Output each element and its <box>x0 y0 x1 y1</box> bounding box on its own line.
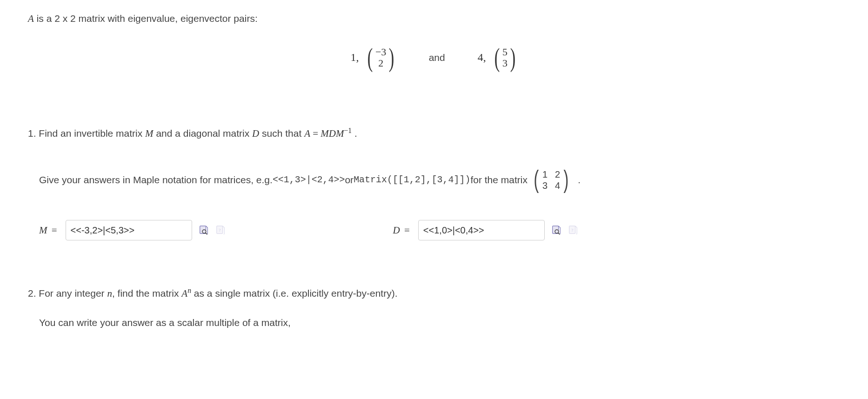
left-paren-icon: ( <box>494 46 500 69</box>
var-D2: D <box>329 128 336 139</box>
vec1-top: −3 <box>375 47 386 57</box>
var-A3: A <box>181 288 187 299</box>
var-M: M <box>145 128 154 139</box>
intro-text: is a 2 x 2 matrix with eigenvalue, eigen… <box>34 13 258 24</box>
eigen-pair-1: 1, ( −3 2 ) <box>351 46 396 69</box>
eigen-pair-2: 4, ( 5 3 ) <box>478 46 518 69</box>
answer-row: M = ? D = ? <box>39 220 840 240</box>
svg-text:?: ? <box>219 228 220 233</box>
answer-D: D = ? <box>393 220 578 240</box>
connector-and: and <box>429 52 445 63</box>
var-n: n <box>107 288 112 299</box>
right-paren-icon: ) <box>389 46 394 69</box>
help-icon[interactable]: ? <box>215 225 226 235</box>
var-M3: M <box>336 128 344 139</box>
var-A2: A <box>304 128 310 139</box>
var-M2: M <box>320 128 329 139</box>
q1-mid2: such that <box>259 128 304 139</box>
label-M: M = <box>39 225 59 236</box>
label-D: D = <box>393 225 412 236</box>
eigenvector-1: ( −3 2 ) <box>366 46 396 69</box>
preview-icon[interactable] <box>551 225 561 235</box>
eigenvalue-2: 4, <box>478 51 486 64</box>
svg-text:?: ? <box>571 228 573 233</box>
q2-tail: as a single matrix (i.e. explicitly entr… <box>191 288 397 299</box>
eigenvalue-1: 1, <box>351 51 359 64</box>
help-icon[interactable]: ? <box>568 225 578 235</box>
m11: 1 <box>542 170 548 179</box>
input-M[interactable] <box>66 220 192 240</box>
maple-code-2: Matrix([[1,2],[3,4]]) <box>354 173 470 187</box>
answer-M: M = ? <box>39 220 226 240</box>
q2-footnote: You can write your answer as a scalar mu… <box>39 315 840 330</box>
q2-statement: 2. For any integer n, find the matrix An… <box>28 285 840 301</box>
input-D[interactable] <box>418 220 545 240</box>
maple-code-1: <<1,3>|<2,4>> <box>273 173 345 187</box>
intro-line: A is a 2 x 2 matrix with eigenvalue, eig… <box>28 11 840 27</box>
q1-mid1: and a diagonal matrix <box>154 128 252 139</box>
example-matrix: ( 1 2 3 4 ) <box>532 169 570 191</box>
q1-dot: . <box>352 128 357 139</box>
superscript-n: n <box>187 286 191 294</box>
var-D: D <box>252 128 259 139</box>
m12: 2 <box>555 170 560 179</box>
m21: 3 <box>542 181 548 190</box>
vec1-bot: 2 <box>378 58 383 68</box>
right-paren-icon: ) <box>564 169 569 191</box>
q2-mid: , find the matrix <box>112 288 181 299</box>
m22: 4 <box>555 181 560 190</box>
superscript-neg1: −1 <box>344 126 352 134</box>
eigenvector-2: ( 5 3 ) <box>493 46 518 69</box>
instr-pre: Give your answers in Maple notation for … <box>39 172 273 188</box>
q2-prefix: 2. For any integer <box>28 288 107 299</box>
instr-or: or <box>345 172 354 188</box>
left-paren-icon: ( <box>367 46 373 69</box>
vec2-bot: 3 <box>502 58 507 68</box>
q1-eq: = <box>310 128 320 139</box>
vec2-top: 5 <box>502 47 507 57</box>
var-A: A <box>28 13 34 24</box>
instr-for: for the matrix <box>470 172 527 188</box>
instr-period: . <box>578 172 581 188</box>
right-paren-icon: ) <box>510 46 516 69</box>
eigen-pair-display: 1, ( −3 2 ) and 4, ( 5 3 ) <box>28 46 840 69</box>
q1-statement: 1. Find an invertible matrix M and a dia… <box>28 125 840 141</box>
left-paren-icon: ( <box>534 169 539 191</box>
maple-instruction: Give your answers in Maple notation for … <box>39 169 840 191</box>
preview-icon[interactable] <box>199 225 209 235</box>
q1-prefix: 1. Find an invertible matrix <box>28 128 145 139</box>
